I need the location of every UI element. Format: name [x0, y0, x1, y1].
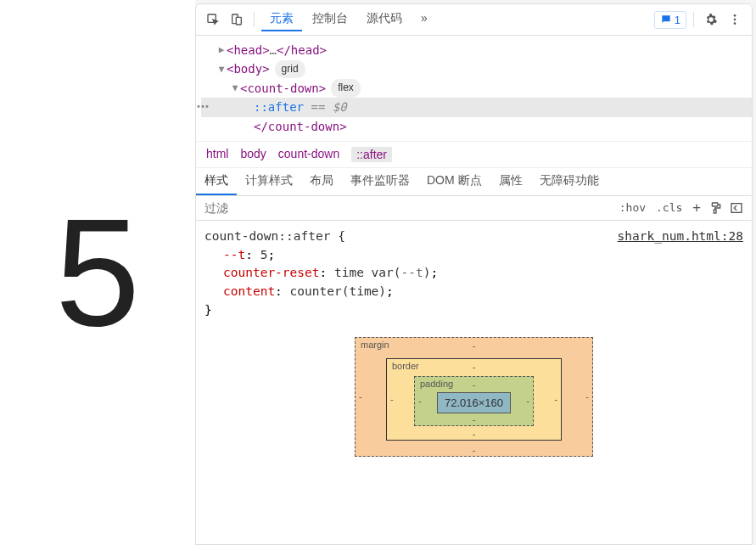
styles-filter-row: :hov .cls +: [196, 196, 752, 221]
margin-left-val[interactable]: -: [359, 391, 362, 402]
dom-tree[interactable]: ▶ <head>…</head> ▼ <body> grid ▼ <count-…: [196, 36, 752, 141]
padding-label: padding: [420, 379, 453, 389]
flex-badge[interactable]: flex: [331, 79, 361, 97]
crumb-countdown[interactable]: count-down: [278, 147, 339, 162]
border-left-val[interactable]: -: [390, 394, 394, 404]
sub-tab-event-listeners[interactable]: 事件监听器: [342, 168, 418, 195]
dom-node-head[interactable]: ▶ <head>…</head>: [201, 41, 752, 59]
crumb-html[interactable]: html: [206, 147, 228, 162]
css-rule-block[interactable]: shark_num.html:28 count-down::after { --…: [196, 221, 752, 327]
separator: [693, 12, 694, 27]
css-rule-close: }: [204, 301, 743, 320]
dom-node-countdown-close[interactable]: </count-down>: [201, 117, 752, 136]
devtools-panel: 元素 控制台 源代码 » 1 ▶ <head>…</head> ▼ <body>…: [195, 3, 753, 545]
dom-node-countdown[interactable]: ▼ <count-down> flex: [201, 79, 752, 98]
svg-rect-7: [714, 210, 716, 213]
new-rule-button[interactable]: +: [687, 197, 706, 218]
padding-top-val[interactable]: -: [473, 379, 476, 390]
hov-button[interactable]: :hov: [614, 199, 651, 216]
pseudo-after: ::after: [254, 98, 304, 116]
window-id: $0: [333, 98, 347, 116]
equals: ==: [311, 98, 325, 116]
svg-point-5: [734, 22, 736, 25]
tab-sources[interactable]: 源代码: [358, 8, 411, 31]
issues-count: 1: [675, 14, 680, 26]
css-source-link[interactable]: shark_num.html:28: [618, 228, 743, 246]
css-val-counter-reset-pre: time var(: [334, 266, 401, 279]
svg-rect-6: [712, 203, 718, 206]
styles-sub-tabs: 样式 计算样式 布局 事件监听器 DOM 断点 属性 无障碍功能: [196, 168, 752, 196]
panel-toggle-icon[interactable]: [726, 198, 747, 218]
dom-node-body[interactable]: ▼ <body> grid: [201, 59, 752, 78]
tab-overflow[interactable]: »: [412, 8, 436, 31]
box-model-padding[interactable]: padding - - - - 72.016×160: [414, 376, 534, 426]
css-var-t[interactable]: --t: [401, 266, 423, 279]
head-close-tag: </head>: [277, 41, 327, 59]
gear-icon[interactable]: [701, 9, 721, 30]
box-model: margin - - - - border - - - - padding - …: [196, 327, 752, 457]
breadcrumb: html body count-down ::after: [196, 141, 752, 168]
svg-rect-8: [731, 204, 742, 213]
css-prop-content[interactable]: content: [223, 284, 275, 298]
padding-right-val[interactable]: -: [526, 396, 529, 406]
countdown-open-tag: <count-down>: [240, 79, 326, 98]
border-label: border: [392, 361, 419, 371]
svg-rect-2: [236, 17, 241, 25]
svg-point-4: [734, 19, 736, 21]
cls-button[interactable]: .cls: [651, 199, 687, 216]
border-bottom-val[interactable]: -: [473, 429, 476, 439]
css-val-content[interactable]: counter(time): [290, 284, 387, 298]
devtools-toolbar: 元素 控制台 源代码 » 1: [196, 4, 752, 36]
sub-tab-properties[interactable]: 属性: [490, 168, 531, 195]
sub-tab-accessibility[interactable]: 无障碍功能: [531, 168, 608, 195]
crumb-after[interactable]: ::after: [351, 147, 392, 162]
border-right-val[interactable]: -: [554, 394, 557, 404]
border-top-val[interactable]: -: [473, 362, 476, 372]
padding-bottom-val[interactable]: -: [473, 414, 476, 424]
sub-tab-computed[interactable]: 计算样式: [237, 168, 301, 195]
css-prop-t[interactable]: --t: [223, 248, 245, 261]
sub-tab-styles[interactable]: 样式: [196, 168, 237, 195]
margin-top-val[interactable]: -: [473, 340, 476, 351]
css-prop-counter-reset[interactable]: counter-reset: [223, 266, 320, 279]
ellipsis: …: [270, 41, 277, 59]
dom-node-after-pseudo[interactable]: ::after == $0: [201, 98, 752, 116]
countdown-close-tag: </count-down>: [254, 117, 347, 136]
box-model-content[interactable]: 72.016×160: [437, 392, 511, 413]
tab-elements[interactable]: 元素: [261, 8, 302, 31]
tab-console[interactable]: 控制台: [304, 8, 356, 31]
rendered-countdown-output: 5: [55, 196, 140, 349]
grid-badge[interactable]: grid: [275, 60, 305, 78]
margin-right-val[interactable]: -: [585, 391, 589, 402]
device-toggle-icon[interactable]: [227, 9, 247, 30]
box-model-border[interactable]: border - - - - padding - - - - 72.016×16…: [386, 358, 562, 441]
box-model-margin[interactable]: margin - - - - border - - - - padding - …: [355, 337, 593, 457]
padding-left-val[interactable]: -: [418, 396, 422, 406]
issues-badge[interactable]: 1: [654, 11, 686, 29]
sub-tab-layout[interactable]: 布局: [301, 168, 342, 195]
separator: [254, 12, 255, 27]
more-icon[interactable]: [725, 9, 745, 30]
margin-label: margin: [361, 340, 389, 350]
svg-point-3: [734, 14, 736, 17]
body-open-tag: <body>: [227, 59, 270, 78]
margin-bottom-val[interactable]: -: [473, 445, 476, 455]
paint-icon[interactable]: [706, 198, 726, 218]
head-open-tag: <head>: [227, 41, 270, 59]
sub-tab-dom-breakpoints[interactable]: DOM 断点: [418, 168, 490, 195]
crumb-body[interactable]: body: [240, 147, 266, 162]
inspect-icon[interactable]: [203, 9, 223, 30]
styles-filter-input[interactable]: [201, 196, 614, 220]
